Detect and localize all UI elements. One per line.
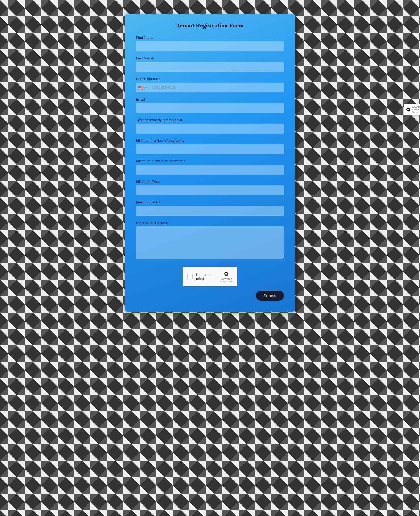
property-type-label: Type of property interested in (136, 118, 284, 122)
us-flag-icon: 🇺🇸 (138, 85, 144, 90)
max-price-input[interactable] (136, 206, 284, 216)
email-field-group: Email (136, 97, 284, 113)
min-bathrooms-field-group: Minimum number of bathrooms (136, 159, 284, 175)
min-bedrooms-input[interactable] (136, 144, 284, 154)
min-price-input[interactable] (136, 185, 284, 195)
other-requirements-field-group: Other Requirements (136, 221, 284, 260)
last-name-field-group: Last Name (136, 56, 284, 72)
min-bathrooms-input[interactable] (136, 165, 284, 175)
recaptcha-badge-icon: ♻ (406, 106, 411, 113)
recaptcha-badge: ♻ reCAPTCHA Privacy - Terms (404, 104, 420, 115)
max-price-label: Maximum Price (136, 200, 284, 204)
registration-form: Tenant Registration Form First Name Last… (125, 14, 295, 312)
recaptcha-badge-text: reCAPTCHA Privacy - Terms (412, 106, 420, 113)
property-type-field-group: Type of property interested in (136, 118, 284, 134)
property-type-input[interactable] (136, 124, 284, 134)
captcha-section: I'm not a robot ♻ reCAPTCHA Privacy - Te… (136, 267, 284, 286)
other-requirements-label: Other Requirements (136, 221, 284, 225)
min-price-field-group: Minimum Price (136, 180, 284, 195)
phone-field-group: Phone Number 🇺🇸 ▼ (136, 77, 284, 92)
captcha-label: I'm not a robot (196, 273, 216, 281)
max-price-field-group: Maximum Price (136, 200, 284, 216)
min-bedrooms-label: Minimum number of bedrooms (136, 138, 284, 143)
email-label: Email (136, 97, 284, 101)
last-name-label: Last Name (136, 56, 284, 60)
captcha-box[interactable]: I'm not a robot ♻ reCAPTCHA Privacy - Te… (183, 267, 237, 286)
submit-row: Submit (136, 291, 284, 301)
first-name-input[interactable] (136, 41, 284, 51)
captcha-terms-text: Privacy - Terms (220, 281, 233, 283)
first-name-label: First Name (136, 36, 284, 40)
min-bedrooms-field-group: Minimum number of bedrooms (136, 138, 284, 154)
phone-wrapper: 🇺🇸 ▼ (136, 83, 284, 92)
form-title: Tenant Registration Form (136, 22, 284, 29)
phone-input[interactable] (149, 83, 284, 92)
captcha-checkbox[interactable] (187, 274, 193, 279)
first-name-field-group: First Name (136, 36, 284, 51)
other-requirements-input[interactable] (136, 226, 284, 259)
last-name-input[interactable] (136, 62, 284, 72)
min-price-label: Minimum Price (136, 180, 284, 184)
min-bathrooms-label: Minimum number of bathrooms (136, 159, 284, 163)
email-input[interactable] (136, 103, 284, 113)
phone-country-selector[interactable]: 🇺🇸 ▼ (136, 85, 149, 90)
phone-label: Phone Number (136, 77, 284, 81)
captcha-logo: ♻ reCAPTCHA Privacy - Terms (220, 271, 233, 283)
dropdown-arrow-icon: ▼ (144, 86, 147, 89)
recaptcha-icon: ♻ (224, 271, 229, 277)
submit-button[interactable]: Submit (256, 291, 284, 301)
captcha-brand-text: reCAPTCHA (220, 278, 232, 280)
